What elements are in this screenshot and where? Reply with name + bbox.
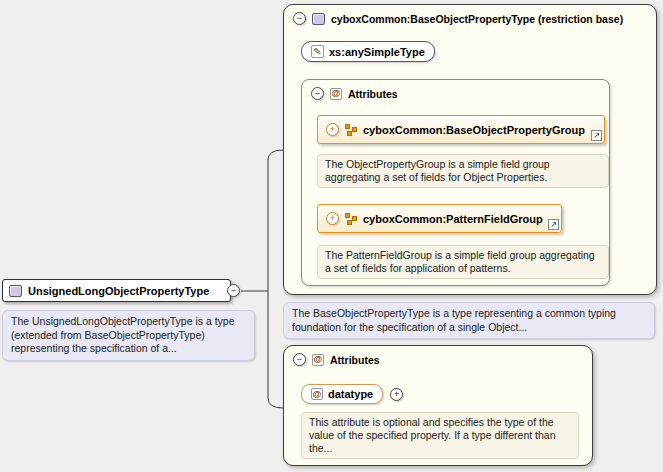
- attribute-group-icon: [345, 124, 357, 136]
- main-type-tooltip: The UnsignedLongObjectPropertyType is a …: [2, 310, 255, 361]
- simple-type-badge[interactable]: ✎ xs:anySimpleType: [301, 41, 435, 62]
- expand-toggle-group1[interactable]: +: [326, 123, 339, 136]
- local-attributes-container: − @ Attributes @ datatype + This attribu…: [283, 345, 593, 466]
- datatype-attribute-badge[interactable]: @ datatype: [301, 384, 383, 404]
- base-type-container: − cyboxCommon:BaseObjectPropertyType (re…: [283, 4, 657, 295]
- collapse-toggle-main[interactable]: −: [227, 284, 240, 297]
- main-type-title: UnsignedLongObjectPropertyType: [28, 285, 209, 297]
- expand-toggle-datatype[interactable]: +: [390, 388, 403, 401]
- local-attributes-header: − @ Attributes: [293, 353, 380, 366]
- base-attributes-header: − @ Attributes: [311, 87, 398, 100]
- local-attributes-title: Attributes: [330, 354, 380, 366]
- schema-diagram: UnsignedLongObjectPropertyType − The Uns…: [0, 0, 663, 472]
- attribute-group-description: The ObjectPropertyGroup is a simple fiel…: [317, 154, 609, 188]
- reference-link-icon[interactable]: ↗: [548, 219, 559, 230]
- datatype-attribute-description: This attribute is optional and specifies…: [301, 412, 579, 459]
- pencil-icon: ✎: [311, 45, 324, 58]
- base-type-tooltip: The BaseObjectPropertyType is a type rep…: [283, 302, 655, 339]
- attribute-at-icon: @: [330, 88, 342, 100]
- base-attributes-section: − @ Attributes + cyboxCommon:BaseObjectP…: [301, 79, 610, 286]
- attribute-group-base-object-property[interactable]: + cyboxCommon:BaseObjectPropertyGroup ↗: [317, 115, 605, 144]
- attribute-group-name: cyboxCommon:PatternFieldGroup: [363, 213, 543, 225]
- attribute-group-description: The PatternFieldGroup is a simple field …: [317, 245, 609, 279]
- simple-type-row: ✎ xs:anySimpleType: [301, 41, 435, 62]
- base-attributes-title: Attributes: [348, 88, 398, 100]
- collapse-toggle-local-attributes[interactable]: −: [293, 353, 306, 366]
- attribute-group-name: cyboxCommon:BaseObjectPropertyGroup: [363, 124, 585, 136]
- main-type-node[interactable]: UnsignedLongObjectPropertyType: [2, 279, 231, 302]
- attribute-group-icon: [345, 213, 357, 225]
- collapse-toggle-base[interactable]: −: [293, 12, 306, 25]
- complex-type-icon: [9, 285, 22, 297]
- attribute-group-pattern-field[interactable]: + cyboxCommon:PatternFieldGroup ↗: [317, 204, 562, 233]
- simple-type-label: xs:anySimpleType: [329, 46, 425, 58]
- datatype-attribute-name: datatype: [328, 388, 373, 400]
- expand-toggle-group2[interactable]: +: [326, 212, 339, 225]
- base-type-title: cyboxCommon:BaseObjectPropertyType (rest…: [331, 13, 623, 25]
- attribute-at-icon: @: [311, 388, 323, 400]
- reference-link-icon[interactable]: ↗: [591, 130, 602, 141]
- datatype-attribute-row: @ datatype +: [301, 384, 403, 404]
- attribute-at-icon: @: [312, 354, 324, 366]
- collapse-toggle-base-attributes[interactable]: −: [311, 87, 324, 100]
- base-type-header: − cyboxCommon:BaseObjectPropertyType (re…: [293, 12, 623, 25]
- complex-type-icon: [312, 13, 325, 25]
